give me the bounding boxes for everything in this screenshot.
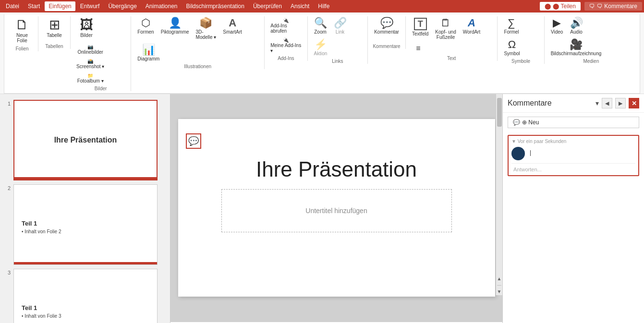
kopf-fusszeile-icon: 🗒	[440, 18, 451, 28]
neue-folie-button[interactable]: 🗋 NeueFolie	[10, 16, 34, 45]
slide-item-1[interactable]: 1 Ihre Präsentation	[0, 98, 170, 182]
tabelle-label: Tabelle	[47, 33, 62, 38]
menu-animationen[interactable]: Animationen	[142, 1, 182, 11]
link-button[interactable]: 🔗 Link	[331, 16, 349, 36]
addins-abrufen-button[interactable]: 🔌 Add-Ins abrufen	[268, 16, 303, 35]
ribbon-group-tabellen: ⊞ Tabelle Tabellen	[38, 16, 71, 49]
formen-button[interactable]: ⬡ Formen	[135, 16, 156, 36]
menu-hilfe[interactable]: Hilfe	[314, 1, 333, 11]
comment-marker[interactable]: 💬	[186, 133, 201, 149]
comments-new-label: ⊕ Neu	[522, 119, 539, 126]
zoom-button[interactable]: 🔍 Zoom	[312, 16, 329, 36]
formel-button[interactable]: ∑ Formel	[501, 16, 521, 36]
ribbon-group-illustrationen-label: Illustrationen	[184, 64, 211, 69]
screenshot-icon: 📸	[87, 59, 93, 64]
meine-addins-button[interactable]: 🔌 Meine Add-Ins ▾	[268, 36, 303, 55]
menu-ansicht[interactable]: Ansicht	[287, 1, 313, 11]
bilder-label: Bilder	[80, 33, 93, 38]
comment-toggle-button[interactable]: 🗨 🗨 Kommentare	[584, 2, 642, 11]
piktogramme-button[interactable]: 👤 Piktogramme	[158, 16, 192, 36]
canvas-scrollbar[interactable]: ▲ — ▼	[496, 94, 502, 295]
addins-abrufen-label: Add-Ins abrufen	[270, 23, 301, 34]
comment-input[interactable]	[529, 147, 635, 158]
diagramm-icon: 📊	[142, 45, 155, 55]
scrollbar-thumb[interactable]	[497, 98, 502, 127]
audio-label: Audio	[570, 29, 583, 35]
slide-item-3[interactable]: 3 Teil 1 • Inhalt von Folie 3	[0, 267, 170, 323]
fotoalbum-button[interactable]: 📁 Fotoalbum ▾	[74, 72, 106, 85]
comments-nav-prev[interactable]: ◀	[602, 98, 612, 108]
smartart-button[interactable]: A SmartArt	[220, 16, 244, 36]
tabelle-button[interactable]: ⊞ Tabelle	[42, 16, 66, 40]
slide-thumb-1[interactable]: Ihre Präsentation	[13, 100, 158, 180]
comments-new-icon: 💬	[513, 119, 520, 126]
audio-icon: 🔊	[570, 18, 583, 28]
fotoalbum-label: Fotoalbum ▾	[77, 78, 104, 84]
kopf-fusszeile-button[interactable]: 🗒 Kopf- undFußzeile	[433, 16, 458, 41]
wordart-button[interactable]: A WordArt	[461, 16, 483, 36]
menu-einfuegen[interactable]: Einfügen	[45, 1, 75, 11]
symbol-button[interactable]: Ω Symbol	[501, 38, 522, 58]
scroll-down-arrow[interactable]: ▼	[496, 288, 502, 295]
formel-label: Formel	[504, 29, 519, 35]
scrollbar-arrows: ▲ — ▼	[496, 275, 502, 295]
online-bilder-button[interactable]: 📷 Onlinebilder	[74, 43, 106, 56]
comments-title: Kommentare	[508, 99, 552, 108]
tabelle-icon: ⊞	[49, 18, 60, 32]
symbol-label: Symbol	[504, 51, 520, 56]
ribbon-group-addins: 🔌 Add-Ins abrufen 🔌 Meine Add-Ins ▾ Add-…	[265, 16, 307, 61]
dropdown-icon[interactable]: ▾	[595, 99, 599, 107]
comment-card-1: ▼ Vor ein paar Sekunden Antworten...	[508, 135, 639, 176]
diagramm-button[interactable]: 📊 Diagramm	[135, 43, 162, 63]
menu-bildschirmpraesentation[interactable]: Bildschirmpräsentation	[182, 1, 248, 11]
ribbon-content: 🗋 NeueFolie Folien ⊞ Tabelle Tabellen 🖼	[4, 14, 640, 94]
slide-canvas[interactable]: 💬 Ihre Präsentation Untertitel hinzufüge…	[178, 119, 495, 297]
menu-bar-right: ⬤ ⬤ Teilen 🗨 🗨 Kommentare	[540, 2, 642, 11]
datum-button[interactable]: ≡	[410, 43, 427, 55]
comment-menu-label: 🗨 Kommentare	[597, 3, 637, 10]
comments-close-button[interactable]: ✕	[629, 98, 639, 108]
canvas-area: 💬 Ihre Präsentation Untertitel hinzufüge…	[170, 94, 502, 323]
canvas-scroll[interactable]: 💬 Ihre Präsentation Untertitel hinzufüge…	[170, 94, 502, 322]
3d-modelle-button[interactable]: 📦 3D-Modelle ▾	[194, 16, 219, 41]
aktion-button[interactable]: ⚡ Aktion	[312, 38, 330, 58]
screenshot-button[interactable]: 📸 Screenshot ▾	[74, 57, 106, 71]
kommentar-ribbon-label: Kommentar	[374, 29, 399, 35]
slide-item-2[interactable]: 2 Teil 1 • Inhalt von Folie 2	[0, 182, 170, 267]
ribbon-group-tabellen-items: ⊞ Tabelle	[42, 16, 66, 40]
neue-folie-icon: 🗋	[15, 18, 29, 32]
comments-nav-next[interactable]: ▶	[615, 98, 626, 108]
ribbon-group-symbole: ∑ Formel Ω Symbol Symbole	[498, 16, 544, 64]
comment-reply-button[interactable]: Antworten...	[511, 163, 635, 172]
bilder-button[interactable]: 🖼 Bilder	[74, 16, 98, 40]
kommentar-ribbon-icon: 💬	[380, 18, 393, 28]
wordart-icon: A	[468, 18, 475, 28]
menu-start[interactable]: Start	[24, 1, 44, 11]
video-button[interactable]: ▶ Video	[548, 16, 566, 36]
slide-subtitle-box[interactable]: Untertitel hinzufügen	[221, 189, 452, 232]
collapse-icon[interactable]: ▼	[511, 139, 516, 144]
bilder-icon: 🖼	[80, 18, 93, 32]
menu-entwurf[interactable]: Entwurf	[76, 1, 104, 11]
slide-thumb-2[interactable]: Teil 1 • Inhalt von Folie 2	[13, 184, 158, 265]
menu-ueberpruefen[interactable]: Überprüfen	[249, 1, 286, 11]
slide-thumb-3[interactable]: Teil 1 • Inhalt von Folie 3	[13, 269, 158, 323]
slide-panel[interactable]: 1 Ihre Präsentation 2 Teil 1 • Inhalt vo…	[0, 94, 170, 323]
share-button[interactable]: ⬤ ⬤ Teilen	[540, 2, 580, 11]
textfeld-button[interactable]: T Textfeld	[410, 16, 431, 38]
menu-datei[interactable]: Datei	[2, 1, 23, 11]
slide-3-part: Teil 1	[14, 298, 45, 311]
slide-3-bullet: • Inhalt von Folie 3	[14, 311, 69, 321]
scroll-up-arrow[interactable]: ▲	[496, 275, 502, 282]
menu-uebergaenge[interactable]: Übergänge	[104, 1, 140, 11]
ribbon-group-illustrationen: ⬡ Formen 👤 Piktogramme 📦 3D-Modelle ▾ A …	[131, 16, 265, 69]
bildschirmaufzeichnung-label: Bildschirmaufzeichnung	[551, 51, 602, 56]
3d-modelle-label: 3D-Modelle ▾	[196, 29, 217, 40]
online-bilder-label: Onlinebilder	[78, 49, 103, 55]
slide-1-bottom-bar	[14, 177, 157, 179]
kommentar-ribbon-button[interactable]: 💬 Kommentar	[372, 16, 401, 36]
slide-number-2: 2	[4, 184, 11, 191]
audio-button[interactable]: 🔊 Audio	[568, 16, 585, 36]
comments-new-button[interactable]: 💬 ⊕ Neu	[508, 117, 639, 128]
bildschirmaufzeichnung-button[interactable]: 🎥 Bildschirmaufzeichnung	[548, 38, 604, 58]
